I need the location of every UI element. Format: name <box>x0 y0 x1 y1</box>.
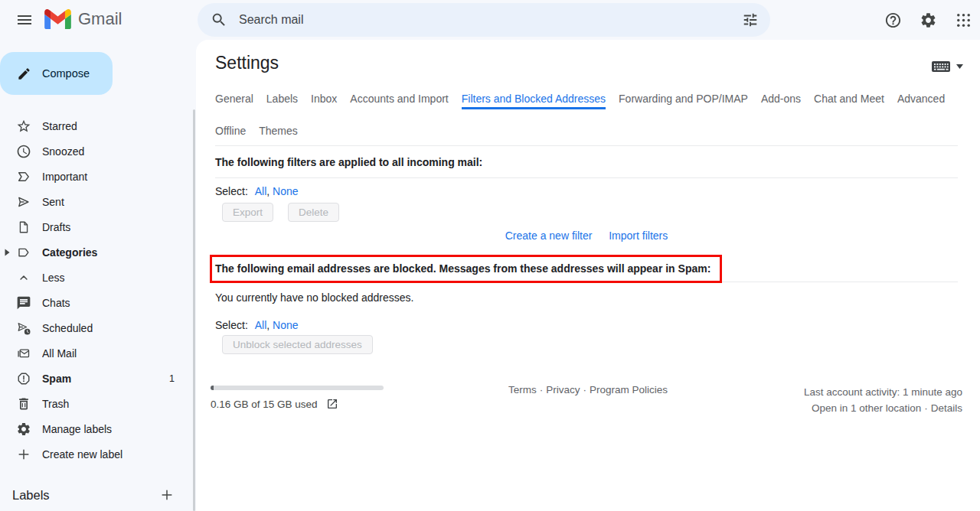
tab-themes[interactable]: Themes <box>259 125 298 142</box>
chevron-up-icon <box>15 269 32 286</box>
gmail-m-icon <box>44 9 71 29</box>
separator: · <box>924 402 928 414</box>
import-filters-link[interactable]: Import filters <box>609 229 668 242</box>
tab-chat-and-meet[interactable]: Chat and Meet <box>814 93 884 109</box>
account-activity: Last account activity: 1 minute ago Open… <box>804 384 962 416</box>
settings-tabs: General Labels Inbox Accounts and Import… <box>215 93 958 146</box>
important-marker-icon <box>15 168 32 185</box>
tab-add-ons[interactable]: Add-ons <box>761 93 801 109</box>
draft-icon <box>15 219 32 236</box>
search-icon[interactable] <box>204 5 234 35</box>
export-button[interactable]: Export <box>222 203 273 222</box>
tab-inbox[interactable]: Inbox <box>311 93 337 109</box>
tab-forwarding-and-pop-imap[interactable]: Forwarding and POP/IMAP <box>619 93 748 109</box>
search-bar <box>198 3 770 37</box>
select-separator: , <box>266 185 270 197</box>
select-label: Select: <box>215 319 248 331</box>
tab-general[interactable]: General <box>215 93 253 109</box>
topbar-actions <box>877 5 978 35</box>
sidebar-item-manage-labels[interactable]: Manage labels <box>0 416 196 441</box>
page-title: Settings <box>215 50 958 75</box>
tab-labels[interactable]: Labels <box>266 93 298 109</box>
spam-icon <box>15 370 32 387</box>
separator: · <box>583 384 586 395</box>
chat-icon <box>15 295 32 311</box>
sidebar-scrollbar[interactable] <box>193 109 195 511</box>
sidebar-item-less[interactable]: Less <box>0 265 196 290</box>
sidebar-item-chats[interactable]: Chats <box>0 290 196 315</box>
create-new-filter-link[interactable]: Create a new filter <box>505 229 593 242</box>
sidebar: Compose Starred Snoozed Important Sent D… <box>0 40 196 511</box>
tab-offline[interactable]: Offline <box>215 125 246 142</box>
sidebar-item-spam[interactable]: Spam 1 <box>0 366 196 391</box>
sidebar-item-all-mail[interactable]: All Mail <box>0 340 196 366</box>
star-icon <box>15 118 32 135</box>
gear-icon <box>15 421 32 438</box>
labels-section-header: Labels <box>0 483 196 507</box>
add-label-plus-icon[interactable] <box>158 486 176 504</box>
select-all-link[interactable]: All <box>255 185 267 197</box>
caret-down-icon <box>956 64 963 69</box>
sidebar-item-snoozed[interactable]: Snoozed <box>0 138 196 164</box>
settings-panel: Settings General Labels Inbox Accounts a… <box>196 40 980 511</box>
compose-button[interactable]: Compose <box>0 52 113 95</box>
gmail-logo[interactable]: Gmail <box>44 9 122 29</box>
schedule-send-icon <box>15 320 32 337</box>
sidebar-item-scheduled[interactable]: Scheduled <box>0 315 196 340</box>
select-label: Select: <box>215 185 248 197</box>
send-icon <box>15 194 32 210</box>
last-account-activity-text: Last account activity: 1 minute ago <box>804 384 962 400</box>
annotation-red-box: The following email addresses are blocke… <box>210 255 722 283</box>
no-blocked-addresses-text: You currently have no blocked addresses. <box>215 291 958 304</box>
topbar: Gmail <box>0 0 980 40</box>
filters-section-heading: The following filters are applied to all… <box>215 146 958 178</box>
sidebar-item-drafts[interactable]: Drafts <box>0 214 196 239</box>
privacy-link[interactable]: Privacy <box>546 384 580 395</box>
trash-icon <box>15 395 32 412</box>
labels-heading: Labels <box>12 488 50 503</box>
sidebar-item-trash[interactable]: Trash <box>0 391 196 416</box>
unblock-selected-button[interactable]: Unblock selected addresses <box>222 335 373 354</box>
search-options-tune-icon[interactable] <box>735 5 766 35</box>
settings-gear-icon[interactable] <box>913 5 943 35</box>
sidebar-nav: Starred Snoozed Important Sent Drafts <box>0 113 196 467</box>
sidebar-item-categories[interactable]: Categories <box>0 239 196 265</box>
filters-actions: Export Delete <box>222 203 958 222</box>
select-none-link[interactable]: None <box>273 319 298 331</box>
separator: · <box>540 384 544 395</box>
search-input[interactable] <box>234 13 735 27</box>
storage-usage-text: 0.16 GB of 15 GB used <box>211 399 318 410</box>
blocked-section-heading-row: The following email addresses are blocke… <box>215 253 958 282</box>
tab-advanced[interactable]: Advanced <box>897 93 945 109</box>
sidebar-item-important[interactable]: Important <box>0 164 196 189</box>
keyboard-icon <box>931 60 951 73</box>
blocked-section-heading: The following email addresses are blocke… <box>215 262 710 275</box>
compose-label: Compose <box>42 67 90 80</box>
sidebar-item-create-new-label[interactable]: Create new label <box>0 441 196 467</box>
details-link[interactable]: Details <box>931 402 962 414</box>
open-in-new-icon[interactable] <box>326 398 338 410</box>
select-all-link[interactable]: All <box>255 319 267 331</box>
tab-accounts-and-import[interactable]: Accounts and Import <box>350 93 448 109</box>
sidebar-item-starred[interactable]: Starred <box>0 113 196 138</box>
spam-unread-count: 1 <box>169 373 175 384</box>
blocked-actions: Unblock selected addresses <box>222 335 958 354</box>
expand-caret-icon[interactable] <box>3 248 11 257</box>
storage-usage: 0.16 GB of 15 GB used <box>211 395 338 413</box>
apps-grid-icon[interactable] <box>948 5 978 35</box>
gmail-wordmark: Gmail <box>78 9 122 29</box>
pencil-icon <box>17 67 31 81</box>
plus-icon <box>15 446 32 463</box>
program-policies-link[interactable]: Program Policies <box>590 384 668 395</box>
terms-link[interactable]: Terms <box>508 384 537 395</box>
select-none-link[interactable]: None <box>273 185 298 197</box>
gmail-app: Gmail Compose <box>0 0 980 511</box>
input-tools-toggle[interactable] <box>931 60 963 73</box>
help-icon[interactable] <box>877 5 908 35</box>
delete-button[interactable]: Delete <box>288 203 339 222</box>
all-mail-icon <box>15 345 32 362</box>
filters-select-row: Select: All, None <box>215 185 958 197</box>
hamburger-menu-icon[interactable] <box>9 5 40 35</box>
tab-filters-and-blocked-addresses[interactable]: Filters and Blocked Addresses <box>462 93 606 109</box>
sidebar-item-sent[interactable]: Sent <box>0 189 196 214</box>
